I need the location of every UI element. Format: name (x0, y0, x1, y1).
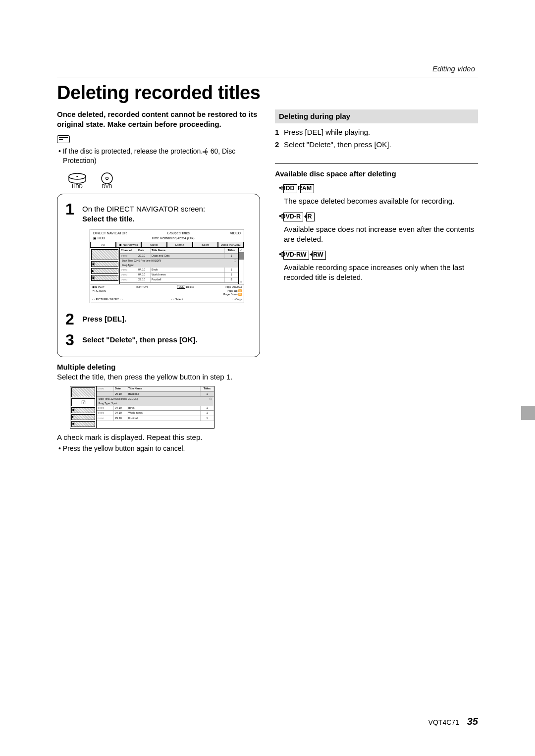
nav-hdd: ▣ HDD (93, 236, 105, 240)
nav-tabs: All ▣ Not Viewed Movie Drama Sport Video… (90, 242, 244, 248)
nav-tab-drama[interactable]: Drama (167, 242, 193, 248)
step-1-text-a: On the DIRECT NAVIGATOR screen: (82, 205, 205, 213)
disc-type-dvdr: • DVD-R +R (279, 211, 478, 221)
thumbnail-icon: ▣ (71, 407, 95, 413)
svg-text:HDD: HDD (72, 184, 83, 189)
nav-tab-sport[interactable]: Sport (193, 242, 218, 248)
nav-grouped: Grouped Titles (167, 231, 190, 235)
check-icon: ☑ (71, 398, 95, 406)
nav-tab-notviewed[interactable]: ▣ Not Viewed (116, 242, 142, 248)
disc-text-1: The space deleted becomes available for … (284, 196, 478, 206)
separator (275, 163, 478, 164)
nav-video: VIDEO (230, 231, 241, 235)
substep-2-number: 2 (275, 140, 284, 150)
list-row[interactable]: ○○○○29.10Football3 (120, 277, 238, 282)
thumbnail-icon: ▣ (91, 261, 118, 267)
thumbnail (71, 387, 95, 397)
page-title: Deleting recorded titles (57, 82, 478, 104)
list-row[interactable]: ○○○○04.10Birds1 (120, 268, 238, 272)
ref-arrow-icon: ⇨ (207, 147, 209, 157)
media-icons-row: HDD DVD (67, 172, 260, 192)
hdd-icon: HDD (67, 172, 88, 192)
thumbnail-icon: ▶ (71, 414, 95, 420)
page-footer: VQT4C71 35 (428, 716, 478, 727)
warning-text: Once deleted, recorded content cannot be… (57, 109, 260, 130)
list-row[interactable]: ○○○○04.10World news1 (120, 272, 238, 277)
substep-2-text: Select "Delete", then press [OK]. (284, 140, 391, 150)
scrollbar[interactable]: △ ▽ (238, 248, 244, 284)
note-icon (57, 135, 70, 143)
page-tab-mark (521, 406, 535, 420)
step-2-number: 2 (65, 311, 78, 327)
list-row-prog: Prog.Type: Sport (97, 401, 214, 406)
list-row-details: Start Time 22:46 Rec time 0:01(DR)ⓘ (97, 397, 214, 401)
thumbnail-icon: ▶ (91, 268, 118, 274)
steps-box: 1 On the DIRECT NAVIGATOR screen: Select… (57, 194, 260, 357)
list-row-prog: Prog.Type: (120, 263, 238, 268)
nav-tab-all[interactable]: All (90, 242, 116, 248)
protection-note: • If the disc is protected, release the … (57, 147, 260, 165)
step-2-text: Press [DEL]. (82, 315, 126, 323)
list-row[interactable]: ○○○○04.10Birds1 (97, 406, 214, 411)
substep-1-text: Press [DEL] while playing. (284, 127, 370, 137)
svg-text:DVD: DVD (102, 184, 112, 189)
disc-type-hdd-ram: • HDD RAM (279, 183, 478, 193)
step-3-number: 3 (65, 332, 78, 348)
multiple-deleting-text: Select the title, then press the yellow … (57, 372, 260, 382)
note-text-a: If the disc is protected, release the pr… (63, 147, 207, 155)
list-header: Channel Date Title Name Titles (120, 248, 238, 253)
multiple-delete-mock: ☑ ▣ ▶ ▣ ○○○○DateTitle NameTitles 29.10Ba… (70, 386, 214, 429)
disc-type-dvdrw: • DVD-RW +RW (279, 249, 478, 260)
document-code: VQT4C71 (428, 718, 459, 726)
step-1-number: 1 (65, 201, 78, 217)
thumbnail-selected (91, 249, 118, 260)
svg-point-3 (102, 173, 112, 184)
nav-time: Time Remaining 45:54 (DR) (152, 236, 195, 240)
page-number: 35 (467, 716, 478, 727)
breadcrumb: Editing video (57, 64, 478, 73)
list-row-details: Start Time 22:46 Rec time 0:01(DR)ⓘ (120, 259, 238, 263)
nav-tab-avchd[interactable]: Video (AVCHD) (218, 242, 244, 248)
check-mark-text: A check mark is displayed. Repeat this s… (57, 432, 260, 442)
svg-point-1 (76, 176, 78, 177)
list-row[interactable]: ○○○○04.10World news1 (97, 411, 214, 416)
deleting-during-play-heading: Deleting during play (275, 109, 478, 123)
disc-text-2: Available space does not increase even a… (284, 224, 478, 245)
direct-navigator-mock: DIRECT NAVIGATOR Grouped Titles VIDEO ▣ … (90, 229, 244, 303)
nav-title: DIRECT NAVIGATOR (93, 231, 127, 235)
list-row-selected[interactable]: 29.10Baseball1 (97, 392, 214, 397)
available-space-heading: Available disc space after deleting (275, 169, 478, 179)
disc-text-3: Available recording space increases only… (284, 263, 478, 283)
thumbnail-icon: ▣ (91, 275, 118, 281)
dvd-icon: DVD (97, 172, 117, 192)
step-3-text: Select "Delete", then press [OK]. (82, 335, 198, 344)
thumbnail-icon: ▣ (71, 421, 95, 427)
nav-footer: ◉⇅ PLAY⤺RETURN ○OPTION DEL Delete Page 0… (90, 284, 244, 303)
header-rule (57, 77, 478, 77)
step-1-text-b: Select the title. (82, 215, 135, 223)
list-header: ○○○○DateTitle NameTitles (97, 386, 214, 391)
nav-tab-movie[interactable]: Movie (141, 242, 167, 248)
list-row-selected[interactable]: ○○○○29.10Dogs and Cats1 (120, 254, 238, 259)
list-row[interactable]: ○○○○29.10Football1 (97, 416, 214, 421)
svg-point-4 (106, 177, 108, 179)
substep-1-number: 1 (275, 127, 284, 137)
multiple-deleting-heading: Multiple deleting (57, 362, 260, 372)
cancel-text: • Press the yellow button again to cance… (57, 444, 260, 453)
